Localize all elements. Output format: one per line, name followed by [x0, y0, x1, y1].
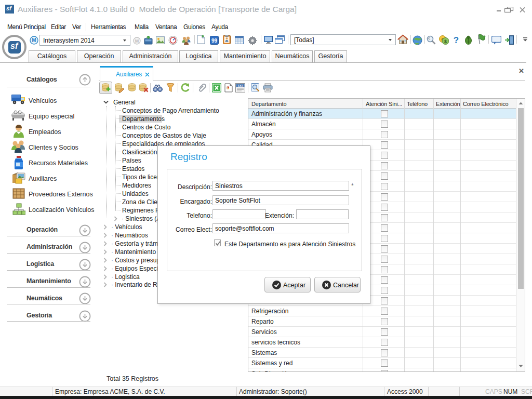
svg-text:?: ? [454, 35, 459, 45]
svg-text:M: M [32, 37, 36, 43]
svg-text:99: 99 [211, 38, 218, 44]
svg-text:M: M [135, 38, 139, 44]
svg-text:TXT: TXT [237, 84, 243, 87]
svg-text:$: $ [444, 39, 447, 44]
